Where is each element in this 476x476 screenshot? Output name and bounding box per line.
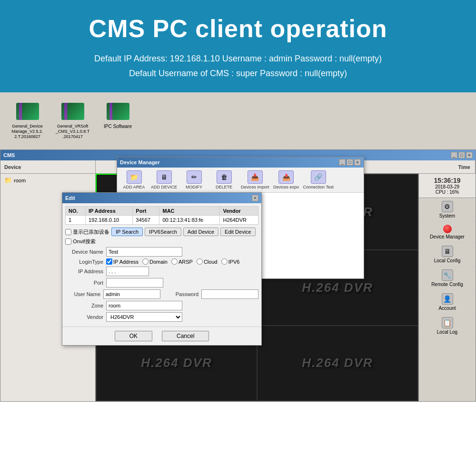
onvif-input[interactable] <box>65 238 71 245</box>
dm-titlebar: Device Manager _ □ × <box>117 157 364 168</box>
system-button[interactable]: ⚙ System <box>419 198 476 222</box>
minimize-button[interactable]: _ <box>451 152 457 159</box>
cloud-radio[interactable]: Cloud <box>197 258 218 265</box>
device-name-label: Device Name <box>65 249 103 255</box>
ip-address-checkbox[interactable] <box>106 258 112 265</box>
sidebar-room-item[interactable]: 📁 room <box>2 176 93 185</box>
ok-button[interactable]: OK <box>115 331 152 341</box>
local-log-button[interactable]: 📋 Local Log <box>419 314 476 338</box>
cms-window-title: CMS <box>3 152 15 158</box>
table-row[interactable]: 1 192.168.0.10 34567 00:12:13:41:83:fe H… <box>66 216 258 225</box>
delete-icon: 🗑 <box>217 170 232 184</box>
col-vendor: Vendor <box>220 207 258 216</box>
add-area-label: ADD AREA <box>123 185 145 189</box>
dm-titlebar-buttons: _ □ × <box>339 159 361 166</box>
add-device-button[interactable]: 🖥 ADD DEVICE <box>151 170 177 189</box>
close-button[interactable]: × <box>466 152 473 159</box>
device-manager-button[interactable]: Device Manager <box>419 222 476 243</box>
local-log-label: Local Log <box>437 329 457 335</box>
edit-footer: OK Cancel <box>62 327 261 345</box>
login-type-label: LoginType <box>65 259 103 265</box>
desktop-icon-1[interactable]: General_Device Manage_V2.5.2. 2.T.201608… <box>10 101 45 139</box>
desktop-icon-2[interactable]: General_VRSoft _CMS_V3.1.0.8.T .20170417 <box>55 101 90 139</box>
remote-config-button[interactable]: 🔧 Remote Config <box>419 267 476 290</box>
system-label: System <box>439 213 455 218</box>
edit-search-toolbar: 显示已添加设备 IP Search IPV6Search Add Device … <box>65 228 258 236</box>
onvif-label: Onvif搜索 <box>73 238 96 245</box>
cell-no: 1 <box>66 216 86 225</box>
ipv6-search-button[interactable]: IPV6Search <box>145 228 181 236</box>
devices-export-button[interactable]: 📤 Devices expo <box>273 170 299 189</box>
device-manager-label: Device Manager <box>430 234 465 239</box>
show-added-input[interactable] <box>65 229 71 235</box>
port-label: Port <box>65 280 103 286</box>
header-line2: Default Username of CMS : super Password… <box>19 66 457 81</box>
port-input[interactable] <box>106 278 163 288</box>
dm-minimize-button[interactable]: _ <box>339 159 346 166</box>
edit-close-button[interactable]: × <box>252 195 258 201</box>
domain-option-input[interactable] <box>142 258 149 265</box>
ip-field-label: IP Address <box>65 268 103 274</box>
devices-export-label: Devices expo <box>273 185 299 189</box>
add-area-button[interactable]: 📁 ADD AREA <box>121 170 147 189</box>
local-log-icon: 📋 <box>442 317 453 328</box>
dvr-label-5: H.264 DVR <box>141 356 212 370</box>
edit-titlebar: Edit × <box>62 193 261 203</box>
connection-test-button[interactable]: 🔗 Connection Test <box>303 170 334 189</box>
devices-import-icon: 📥 <box>248 170 263 184</box>
header-line1: Default IP Address: 192.168.1.10 Usernam… <box>19 51 457 66</box>
winrar-icon-3 <box>107 101 129 122</box>
sidebar-room-label: room <box>14 178 26 183</box>
ipv6-option-input[interactable] <box>221 258 228 265</box>
add-device-button[interactable]: Add Device <box>183 228 218 236</box>
arsp-option-input[interactable] <box>171 258 178 265</box>
cancel-button[interactable]: Cancel <box>162 331 209 341</box>
ip-address-row: IP Address <box>65 267 258 276</box>
cell-port: 34567 <box>133 216 159 225</box>
password-input[interactable] <box>201 289 258 299</box>
maximize-button[interactable]: □ <box>458 152 465 159</box>
dm-toolbar: 📁 ADD AREA 🖥 ADD DEVICE ✏ MODIFY 🗑 DELET… <box>117 168 364 193</box>
vendor-select[interactable]: H264DVR <box>106 312 182 322</box>
account-icon: 👤 <box>442 293 453 305</box>
onvif-checkbox[interactable]: Onvif搜索 <box>65 238 258 245</box>
arsp-radio[interactable]: ARSP <box>171 258 193 265</box>
domain-radio[interactable]: Domain <box>142 258 168 265</box>
modify-button[interactable]: ✏ MODIFY <box>181 170 207 189</box>
arsp-option: ARSP <box>178 259 193 265</box>
local-config-button[interactable]: 🖥 Local Config <box>419 243 476 267</box>
edit-device-button[interactable]: Edit Device <box>220 228 256 236</box>
icon3-label: IPC Software <box>104 124 132 129</box>
device-column-header: Device <box>0 160 96 173</box>
ip-search-button[interactable]: IP Search <box>111 228 143 236</box>
ip-address-radio[interactable]: IP Address <box>106 258 139 265</box>
cloud-option-input[interactable] <box>197 258 203 265</box>
folder-icon: 📁 <box>4 177 12 184</box>
delete-button[interactable]: 🗑 DELETE <box>211 170 237 189</box>
ip-address-input[interactable] <box>106 267 149 276</box>
cms-right-panel: 15:36:19 2018-03-29 CPU : 16% ⚙ System D… <box>418 174 476 401</box>
dvr-cell-6[interactable]: H.264 DVR <box>258 326 417 401</box>
dm-maximize-button[interactable]: □ <box>347 159 353 166</box>
username-label: User Name <box>65 291 100 297</box>
remote-config-icon: 🔧 <box>442 269 453 281</box>
system-icon: ⚙ <box>442 201 453 212</box>
dm-close-button[interactable]: × <box>354 159 361 166</box>
ipv6-radio[interactable]: IPV6 <box>221 258 240 265</box>
col-mac: MAC <box>159 207 220 216</box>
devices-import-button[interactable]: 📥 Devices import <box>241 170 269 189</box>
onvif-row: Onvif搜索 <box>65 238 258 245</box>
col-ip: IP Address <box>85 207 132 216</box>
ip-address-option: IP Address <box>113 259 139 265</box>
account-button[interactable]: 👤 Account <box>419 290 476 314</box>
cell-vendor: H264DVR <box>220 216 258 225</box>
username-input[interactable] <box>103 289 160 299</box>
vendor-row: Vendor H264DVR <box>65 312 258 322</box>
desktop-icon-3[interactable]: IPC Software <box>100 101 136 129</box>
show-added-checkbox[interactable]: 显示已添加设备 <box>65 228 109 236</box>
desktop-area: General_Device Manage_V2.5.2. 2.T.201608… <box>0 92 476 149</box>
device-name-input[interactable] <box>106 247 182 257</box>
zone-input[interactable] <box>106 301 182 310</box>
winrar-icon-2 <box>61 101 84 122</box>
cell-ip: 192.168.0.10 <box>85 216 132 225</box>
